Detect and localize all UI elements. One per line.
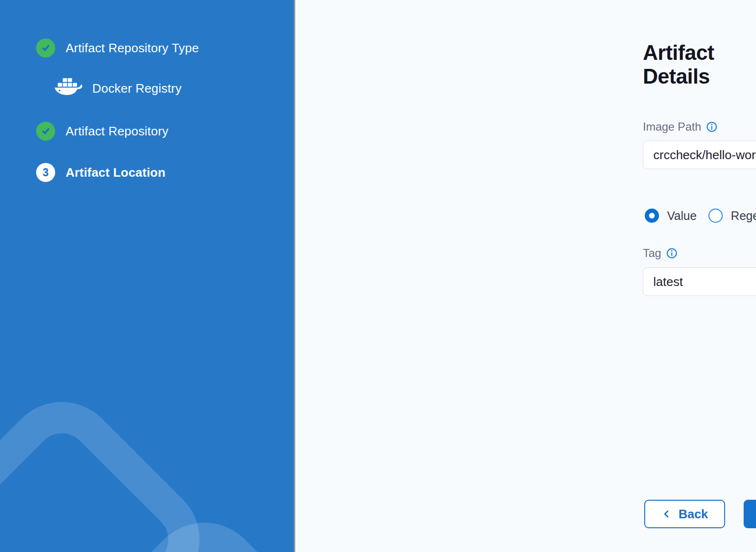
tag-label: Tag <box>643 247 661 260</box>
step-artifact-repository[interactable]: Artifact Repository <box>36 122 168 141</box>
tag-input[interactable] <box>643 268 756 295</box>
artifact-wizard: Artifact Repository Type Docker Registry <box>0 0 756 552</box>
wizard-stepper-sidebar: Artifact Repository Type Docker Registry <box>0 0 295 552</box>
image-path-label-row: Image Path <box>643 120 717 133</box>
back-button-label: Back <box>678 507 708 522</box>
info-icon[interactable] <box>706 121 717 133</box>
match-mode-radio-group: Value Regex <box>645 209 756 223</box>
step-number: 3 <box>43 166 49 179</box>
step-label: Artifact Repository Type <box>66 41 199 56</box>
step-label: Artifact Repository <box>66 124 168 139</box>
step-complete-icon <box>36 122 55 141</box>
radio-selected-icon[interactable] <box>645 209 659 223</box>
image-path-input-wrap <box>643 141 756 169</box>
docker-whale-icon <box>53 77 84 99</box>
radio-label: Regex <box>731 209 756 223</box>
step-number-badge: 3 <box>36 163 55 182</box>
back-button[interactable]: Back <box>644 500 725 528</box>
step-label: Artifact Location <box>66 165 165 180</box>
submit-button[interactable]: Submit <box>744 500 756 528</box>
image-path-label: Image Path <box>643 120 701 133</box>
step-complete-icon <box>36 38 55 57</box>
info-icon[interactable] <box>666 247 678 259</box>
radio-option-regex[interactable]: Regex <box>708 209 756 223</box>
image-path-input-group <box>643 141 756 169</box>
radio-unselected-icon[interactable] <box>708 209 723 223</box>
radio-label: Value <box>667 209 697 223</box>
tag-input-wrap <box>643 267 756 296</box>
tag-input-group <box>643 267 756 296</box>
artifact-details-panel: Artifact Details Image Path <box>297 0 756 552</box>
image-path-input[interactable] <box>643 141 756 169</box>
step-artifact-repository-type[interactable]: Artifact Repository Type <box>36 38 199 57</box>
page-title: Artifact Details <box>643 41 756 88</box>
substep-label: Docker Registry <box>92 81 182 96</box>
substep-docker-registry: Docker Registry <box>53 77 182 99</box>
tag-label-row: Tag <box>643 247 678 260</box>
chevron-left-icon <box>661 509 672 519</box>
step-artifact-location[interactable]: 3 Artifact Location <box>36 163 165 182</box>
radio-option-value[interactable]: Value <box>645 209 697 223</box>
